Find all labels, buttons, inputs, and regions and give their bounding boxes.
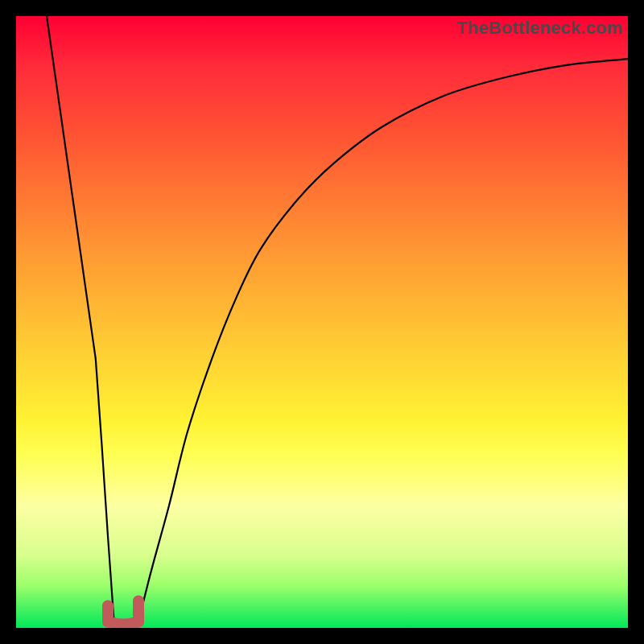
plot-area: TheBottleneck.com <box>16 16 628 628</box>
curve-right-branch <box>138 59 628 621</box>
minimum-marker <box>108 601 138 624</box>
curve-left-branch <box>47 16 114 621</box>
chart-frame: TheBottleneck.com <box>0 0 644 644</box>
chart-svg <box>16 16 628 628</box>
